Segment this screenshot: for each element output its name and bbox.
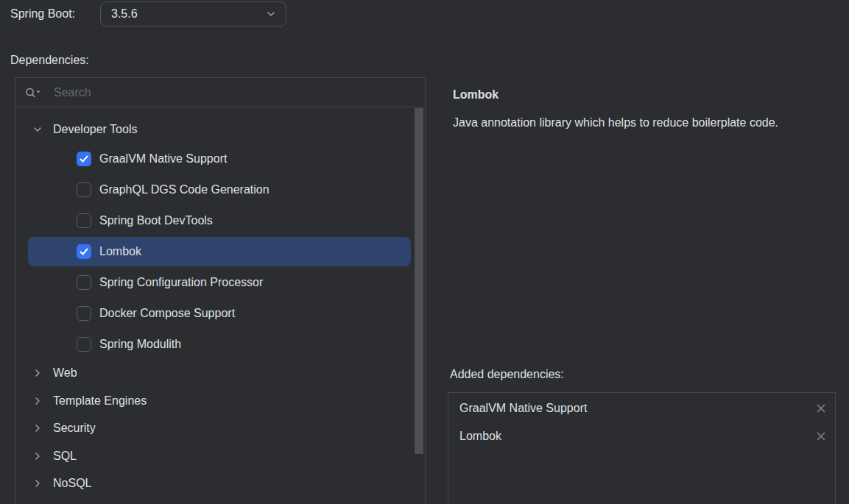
added-dependencies-label: Added dependencies: xyxy=(450,366,564,383)
added-dependency-label: Lombok xyxy=(459,430,501,443)
added-dependencies-box: GraalVM Native Support Lombok xyxy=(448,392,836,504)
search-icon[interactable] xyxy=(24,87,42,99)
tree-node-label: Developer Tools xyxy=(53,123,137,136)
chevron-right-icon[interactable] xyxy=(33,452,42,461)
tree-item-label: Lombok xyxy=(99,245,141,258)
tree-item-label: Spring Configuration Processor xyxy=(99,276,263,289)
added-dependency-row[interactable]: GraalVM Native Support xyxy=(448,394,835,422)
added-dependency-row[interactable]: Lombok xyxy=(448,422,835,450)
tree-node-sql[interactable]: SQL xyxy=(15,441,428,471)
tree-item-label: Docker Compose Support xyxy=(99,307,235,320)
tree-item-spring-modulith[interactable]: Spring Modulith xyxy=(15,330,471,359)
dependency-title: Lombok xyxy=(453,87,499,103)
checkbox-unchecked[interactable] xyxy=(77,337,91,352)
spring-boot-version-value: 3.5.6 xyxy=(111,7,138,21)
tree-item-label: Spring Modulith xyxy=(99,338,181,351)
chevron-right-icon[interactable] xyxy=(33,397,42,405)
close-icon[interactable] xyxy=(814,402,828,415)
tree-item-label: GraalVM Native Support xyxy=(99,152,227,166)
tree-item-spring-configuration-processor[interactable]: Spring Configuration Processor xyxy=(15,268,471,297)
tree-item-docker-compose-support[interactable]: Docker Compose Support xyxy=(15,299,471,328)
checkbox-unchecked[interactable] xyxy=(77,306,91,321)
tree-item-label: GraphQL DGS Code Generation xyxy=(99,183,270,196)
scrollbar-thumb[interactable] xyxy=(415,108,423,454)
spring-boot-version-combobox[interactable]: 3.5.6 xyxy=(100,1,286,26)
tree-item-lombok[interactable]: Lombok xyxy=(15,237,471,266)
tree-node-label: SQL xyxy=(53,450,77,463)
chevron-right-icon[interactable] xyxy=(33,424,42,433)
spring-initializr-dependencies-screen: Spring Boot: 3.5.6 Dependencies: Dev xyxy=(0,0,849,504)
checkbox-unchecked[interactable] xyxy=(77,275,91,290)
close-icon[interactable] xyxy=(814,430,828,443)
spring-boot-label: Spring Boot: xyxy=(10,6,75,22)
tree-node-web[interactable]: Web xyxy=(15,358,428,388)
chevron-down-icon[interactable] xyxy=(33,125,42,134)
added-dependency-label: GraalVM Native Support xyxy=(459,402,587,415)
chevron-right-icon[interactable] xyxy=(33,479,42,488)
dependency-description: Java annotation library which helps to r… xyxy=(453,113,799,132)
tree-node-label: NoSQL xyxy=(53,477,91,490)
tree-node-label: Security xyxy=(53,422,96,435)
checkbox-unchecked[interactable] xyxy=(77,182,91,197)
dependencies-label: Dependencies: xyxy=(10,52,89,68)
tree-item-label: Spring Boot DevTools xyxy=(99,214,213,227)
chevron-right-icon[interactable] xyxy=(33,369,42,377)
checkbox-unchecked[interactable] xyxy=(77,213,91,228)
tree-node-label: Template Engines xyxy=(53,394,147,408)
tree-node-template-engines[interactable]: Template Engines xyxy=(15,386,428,416)
chevron-down-icon xyxy=(266,9,276,19)
tree-item-graalvm-native-support[interactable]: GraalVM Native Support xyxy=(15,144,471,174)
search-input[interactable] xyxy=(52,85,372,100)
checkbox-checked[interactable] xyxy=(77,152,91,166)
tree-node-nosql[interactable]: NoSQL xyxy=(15,469,428,498)
search-row xyxy=(15,78,425,107)
tree-node-label: Web xyxy=(53,366,77,380)
tree-item-spring-boot-devtools[interactable]: Spring Boot DevTools xyxy=(15,206,471,235)
tree-item-graphql-dgs-code-generation[interactable]: GraphQL DGS Code Generation xyxy=(15,175,471,205)
checkbox-checked[interactable] xyxy=(77,244,91,259)
dependencies-tree-panel: Developer Tools GraalVM Native Support G… xyxy=(15,77,426,504)
tree-node-security[interactable]: Security xyxy=(15,414,428,443)
tree-node-developer-tools[interactable]: Developer Tools xyxy=(15,115,428,144)
